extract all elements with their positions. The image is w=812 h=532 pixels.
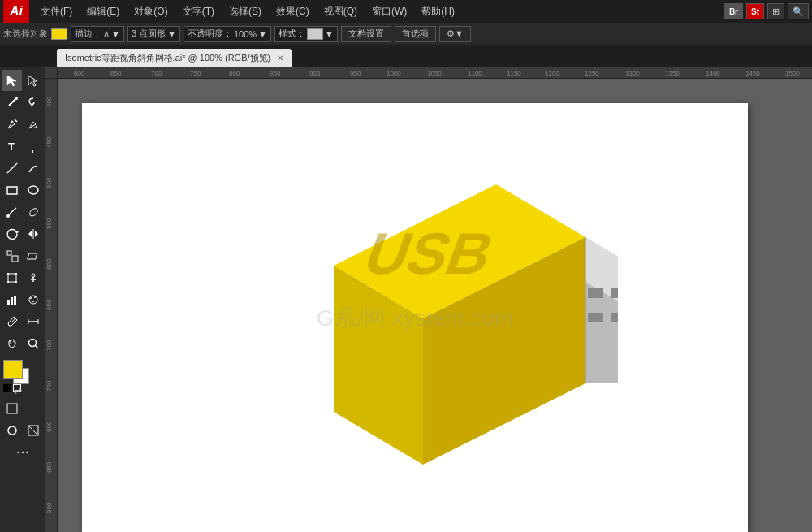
- hand-tool[interactable]: [2, 333, 22, 354]
- draw-mode[interactable]: [2, 420, 22, 441]
- change-screen-mode[interactable]: [2, 398, 23, 419]
- rotate-tool[interactable]: [2, 223, 22, 244]
- svg-point-46: [17, 452, 19, 454]
- fill-color-swatch[interactable]: [51, 28, 67, 40]
- menu-edit[interactable]: 编辑(E): [80, 0, 126, 23]
- search-button[interactable]: 🔍: [788, 3, 809, 19]
- connector-notch-1: [588, 288, 603, 298]
- stock-button[interactable]: St: [746, 3, 764, 19]
- ellipse-tool[interactable]: [23, 179, 43, 201]
- svg-rect-30: [11, 297, 13, 305]
- vertical-ruler: 400 450 500 550 600 650 700 750 800 850 …: [45, 79, 58, 532]
- zoom-tool[interactable]: [23, 333, 43, 354]
- opacity-label: 不透明度：: [188, 28, 232, 40]
- svg-text:650: 650: [110, 70, 122, 77]
- tool-row-7: [2, 201, 43, 223]
- symbol-sprayer-tool[interactable]: [23, 289, 43, 310]
- brush-arrow: ▼: [167, 29, 176, 39]
- selection-tool[interactable]: [2, 70, 22, 91]
- tool-row-3: +: [2, 114, 43, 135]
- eyedropper-tool[interactable]: [2, 311, 22, 332]
- menu-object[interactable]: 对象(O): [127, 0, 174, 23]
- fill-color-swatch[interactable]: [3, 360, 23, 379]
- type-tool[interactable]: T: [2, 136, 22, 157]
- menu-select[interactable]: 选择(S): [222, 0, 268, 23]
- shear-tool[interactable]: [23, 245, 43, 266]
- svg-text:1150: 1150: [507, 70, 521, 77]
- svg-rect-19: [12, 256, 18, 262]
- graph-tool[interactable]: [2, 289, 22, 310]
- reflect-tool[interactable]: [23, 223, 43, 244]
- svg-marker-17: [35, 231, 38, 237]
- svg-text:T: T: [27, 150, 36, 153]
- document-tab[interactable]: Isometric等距视角斜角网格.ai* @ 100% (RGB/预览) ✕: [57, 49, 292, 67]
- svg-text:T: T: [8, 141, 15, 153]
- default-colors-icon[interactable]: [3, 384, 11, 392]
- svg-text:500: 500: [45, 177, 53, 188]
- magic-wand-tool[interactable]: [2, 92, 22, 113]
- measure-tool[interactable]: [23, 311, 43, 332]
- no-selection-label: 未选择对象: [3, 28, 48, 40]
- bridge-button[interactable]: Br: [724, 3, 743, 19]
- workspace-button[interactable]: ⊞: [767, 3, 784, 19]
- svg-text:1050: 1050: [427, 70, 442, 77]
- svg-point-35: [32, 301, 34, 302]
- menu-window[interactable]: 窗口(W): [365, 0, 413, 23]
- draw-mode-2[interactable]: [23, 420, 43, 441]
- doc-settings-button[interactable]: 文档设置: [341, 26, 391, 42]
- svg-text:550: 550: [45, 218, 53, 229]
- direct-select-tool[interactable]: [23, 70, 43, 91]
- document-tab-close[interactable]: ✕: [277, 54, 283, 63]
- style-dropdown[interactable]: 样式： ▼: [274, 26, 338, 42]
- svg-line-5: [15, 119, 17, 122]
- svg-text:900: 900: [45, 502, 53, 513]
- menu-effects[interactable]: 效果(C): [270, 0, 316, 23]
- paintbrush-tool[interactable]: [2, 201, 22, 223]
- preferences-button[interactable]: 首选项: [395, 26, 436, 42]
- style-arrow: ▼: [325, 29, 334, 39]
- svg-text:650: 650: [45, 299, 53, 310]
- add-anchor-tool[interactable]: +: [23, 114, 43, 135]
- menu-file[interactable]: 文件(F): [34, 0, 79, 23]
- svg-text:1000: 1000: [387, 70, 401, 77]
- color-swatches-area: ⇌: [2, 360, 43, 397]
- opacity-dropdown[interactable]: 不透明度： 100% ▼: [184, 26, 271, 42]
- lasso-tool[interactable]: [23, 92, 43, 113]
- blob-brush-tool[interactable]: [23, 201, 43, 223]
- svg-line-41: [35, 345, 38, 348]
- svg-point-6: [11, 121, 13, 123]
- svg-rect-18: [7, 251, 11, 255]
- puppet-warp-tool[interactable]: [23, 267, 43, 288]
- vertical-type-tool[interactable]: T: [23, 136, 43, 157]
- canvas-background: USB: [58, 79, 812, 532]
- menu-text[interactable]: 文字(T): [176, 0, 221, 23]
- top-bar-right: Br St ⊞ 🔍: [724, 3, 809, 19]
- opacity-value: 100%: [234, 29, 257, 39]
- document-tab-title: Isometric等距视角斜角网格.ai* @ 100% (RGB/预览): [65, 52, 270, 64]
- swap-colors-icon[interactable]: ⇌: [13, 384, 21, 392]
- tool-row-5: [2, 158, 43, 179]
- menu-bar: Ai 文件(F) 编辑(E) 对象(O) 文字(T) 选择(S) 效果(C) 视…: [0, 0, 812, 23]
- tool-row-bottom-1: [2, 398, 43, 419]
- pen-tool[interactable]: [2, 114, 22, 135]
- svg-text:1350: 1350: [665, 70, 680, 77]
- svg-rect-11: [7, 187, 17, 194]
- svg-point-34: [34, 296, 36, 298]
- arc-tool[interactable]: [23, 158, 43, 179]
- svg-point-47: [21, 452, 24, 454]
- tool-row-12: [2, 311, 43, 332]
- brush-dropdown[interactable]: 3 点圆形 ▼: [127, 26, 180, 42]
- rectangle-tool[interactable]: [2, 179, 22, 201]
- arrange-button[interactable]: ⚙▼: [439, 26, 471, 42]
- svg-text:450: 450: [45, 136, 53, 148]
- scale-tool[interactable]: [2, 245, 22, 266]
- stroke-dropdown[interactable]: 描边： ∧ ▼: [71, 26, 124, 42]
- svg-text:750: 750: [190, 70, 201, 77]
- tool-row-8: [2, 223, 43, 244]
- free-transform-tool[interactable]: [2, 267, 22, 288]
- expand-tools[interactable]: [2, 442, 43, 463]
- menu-help[interactable]: 帮助(H): [415, 0, 461, 23]
- line-tool[interactable]: [2, 158, 22, 179]
- svg-point-32: [29, 296, 37, 304]
- menu-view[interactable]: 视图(Q): [317, 0, 364, 23]
